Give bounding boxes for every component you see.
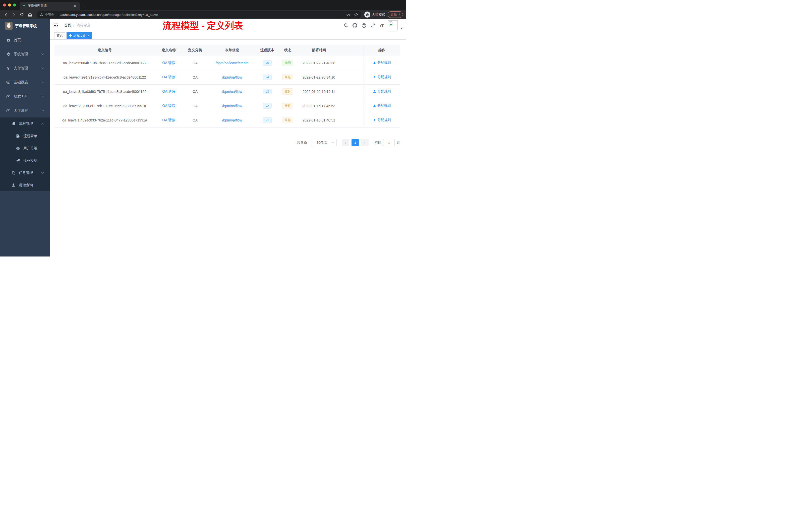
chevron-up-icon <box>41 110 44 112</box>
warning-triangle-icon <box>40 13 44 17</box>
tag-home[interactable]: 首页 <box>54 32 65 39</box>
sidebar-item-user-group[interactable]: 用户分组 <box>0 142 50 154</box>
forward-icon[interactable] <box>10 11 17 18</box>
minimize-window-button[interactable] <box>8 3 11 6</box>
breadcrumb-home[interactable]: 首页 <box>64 23 71 28</box>
cell-definition-id: oa_leave:1:482ec033-762a-11ec-8477-a2380… <box>55 113 155 127</box>
monitor-icon <box>6 80 10 85</box>
form-info-link[interactable]: /bpm/oa/flow <box>222 104 242 108</box>
navbar-actions: ᴛT <box>344 20 406 30</box>
form-info-link[interactable]: /bpm/oa/flow <box>222 118 242 122</box>
sidebar-item-task-management[interactable]: 任务管理 <box>0 167 50 179</box>
browser-update-button[interactable]: 更新 <box>388 11 403 18</box>
definition-name-link[interactable]: OA 请假 <box>162 89 175 93</box>
assign-rule-link[interactable]: 分配规则 <box>373 75 391 79</box>
cell-category: OA <box>182 70 208 84</box>
toolbox-icon <box>6 94 10 99</box>
key-icon[interactable] <box>346 12 350 17</box>
cell-deploy-time: 2022-01-16 01:40:51 <box>297 113 340 127</box>
search-icon[interactable] <box>344 23 348 28</box>
sidebar-item-process-management[interactable]: 流程管理 <box>0 117 50 130</box>
form-info-link[interactable]: /bpm/oa/flow <box>222 90 242 94</box>
definition-name-link[interactable]: OA 请假 <box>162 61 175 65</box>
assign-rule-link[interactable]: 分配规则 <box>373 60 391 65</box>
sidebar-item-payment[interactable]: ¥ 支付管理 <box>0 61 50 75</box>
definition-name-link[interactable]: OA 请假 <box>162 75 175 79</box>
page-size-select[interactable]: 10条/页 <box>312 139 337 146</box>
prev-page-button[interactable]: ‹ <box>342 139 349 146</box>
main-content: 定义编号 定义名称 定义分类 表单信息 流程版本 状态 部署时间 操作 oa_l… <box>50 40 406 256</box>
sidebar-item-workflow[interactable]: 工作流程 <box>0 103 50 117</box>
sidebar-item-dev-tools[interactable]: 研发工具 <box>0 89 50 103</box>
definition-name-link[interactable]: OA 请假 <box>162 118 175 122</box>
list-tree-icon <box>11 121 16 126</box>
security-label[interactable]: 不安全 <box>45 12 55 17</box>
hamburger-icon[interactable] <box>54 23 58 28</box>
goto-label: 前往 <box>375 140 381 145</box>
form-info-link[interactable]: /bpm/oa/leave/create <box>216 61 249 65</box>
browser-tab[interactable]: 芋道管理系统 ✕ <box>20 2 80 10</box>
url-input[interactable]: dashboard.yudao.iocoder.cn/bpm/manager/d… <box>60 13 158 17</box>
assign-rule-link[interactable]: 分配规则 <box>373 103 391 108</box>
tag-close-icon[interactable]: × <box>88 34 89 37</box>
pagination: 共 5 条 10条/页 ‹ 1 › 前往 页 <box>297 139 400 147</box>
sidebar-item-home[interactable]: 首页 <box>0 33 50 47</box>
cell-deploy-time: 2022-01-22 21:48:38 <box>297 56 340 70</box>
tab-title: 芋道管理系统 <box>28 4 72 8</box>
cell-category: OA <box>182 56 208 70</box>
browser-menu-icon <box>400 13 400 16</box>
url-bar[interactable]: 不安全 dashboard.yudao.iocoder.cn/bpm/manag… <box>37 11 361 18</box>
close-window-button[interactable] <box>3 3 6 6</box>
version-badge: v4 <box>263 74 272 80</box>
table-header-row: 定义编号 定义名称 定义分类 表单信息 流程版本 状态 部署时间 操作 <box>55 45 400 56</box>
bookmark-star-icon[interactable] <box>354 12 358 17</box>
logo-avatar <box>5 22 12 30</box>
traffic-lights <box>3 3 16 6</box>
reload-icon[interactable] <box>19 11 25 18</box>
sidebar-logo[interactable]: 芋道管理系统 <box>0 19 50 33</box>
annotation-title: 流程模型 - 定义列表 <box>163 19 243 32</box>
definition-name-link[interactable]: OA 请假 <box>162 104 175 108</box>
user-group-icon <box>16 146 20 151</box>
font-size-icon[interactable]: ᴛT <box>380 23 383 28</box>
incognito-badge: 无痕模式 <box>364 11 385 18</box>
home-icon[interactable] <box>27 11 33 18</box>
incognito-icon <box>364 11 370 18</box>
sidebar-item-infrastructure[interactable]: 基础设施 <box>0 75 50 89</box>
current-page-button[interactable]: 1 <box>351 139 359 146</box>
zoom-window-button[interactable] <box>13 3 16 6</box>
table-row: oa_leave:5:004b710b-7b8a-11ec-8ef0-acde4… <box>55 56 400 70</box>
person-icon <box>373 104 376 108</box>
person-icon <box>373 118 376 122</box>
breadcrumb-current: 流程定义 <box>77 23 91 28</box>
cell-deploy-time: 2022-01-22 19:19:11 <box>297 84 340 99</box>
new-tab-button[interactable]: + <box>83 1 87 9</box>
back-icon[interactable] <box>2 11 9 18</box>
table-row: oa_leave:1:482ec033-762a-11ec-8477-a2380… <box>55 113 400 127</box>
tab-strip: 芋道管理系统 ✕ + <box>0 0 406 10</box>
assign-rule-link[interactable]: 分配规则 <box>373 118 391 122</box>
chevron-down-icon <box>332 142 335 144</box>
fullscreen-icon[interactable] <box>371 23 375 28</box>
url-separator <box>57 13 57 16</box>
tab-close-icon[interactable]: ✕ <box>72 4 77 8</box>
breadcrumb-separator: / <box>73 23 74 27</box>
breadcrumb: 首页 / 流程定义 <box>64 23 91 28</box>
avatar[interactable] <box>388 20 398 30</box>
sidebar-item-system[interactable]: 系统管理 <box>0 47 50 61</box>
form-info-link[interactable]: /bpm/oa/flow <box>222 75 242 79</box>
sidebar-item-process-form[interactable]: 流程表单 <box>0 130 50 142</box>
help-icon[interactable] <box>361 23 366 28</box>
sidebar-item-leave-query[interactable]: 请假查询 <box>0 179 50 191</box>
col-status: 状态 <box>278 45 297 56</box>
sidebar-item-process-model[interactable]: 流程模型 <box>0 154 50 167</box>
assign-rule-link[interactable]: 分配规则 <box>373 89 391 94</box>
pagination-total: 共 5 条 <box>297 140 307 145</box>
github-icon[interactable] <box>352 23 357 28</box>
tag-process-definition[interactable]: 流程定义 × <box>66 32 92 39</box>
next-page-button[interactable]: › <box>361 139 369 146</box>
table-row: oa_leave:3:1fad3d93-7b75-11ec-a3c8-acde4… <box>55 84 400 99</box>
paper-plane-icon <box>16 158 20 163</box>
briefcase-icon <box>6 108 10 113</box>
goto-page-input[interactable] <box>383 139 395 146</box>
